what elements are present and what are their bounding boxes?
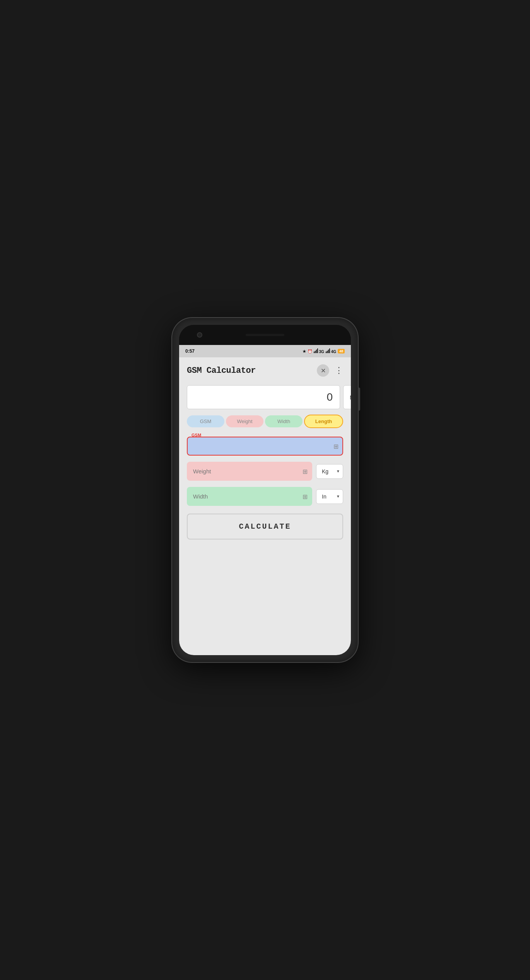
- gsm-field-row: GSM ⊞: [187, 437, 343, 456]
- phone-top-bar: [179, 325, 351, 345]
- width-field-row: ⊞ In cm mm m: [187, 487, 343, 506]
- bottom-spacer: [187, 545, 343, 647]
- status-icons: ★ ⏰ 3G: [303, 348, 345, 354]
- speaker: [246, 334, 284, 336]
- signal-3g-icon: 3G: [314, 348, 324, 354]
- gsm-field-label: GSM: [191, 433, 201, 437]
- width-calc-icon[interactable]: ⊞: [303, 493, 308, 500]
- app-screen: GSM Calculator ✕ ⋮ Mtr GSM: [179, 357, 351, 655]
- unit-button[interactable]: Mtr: [343, 385, 351, 409]
- calculate-button[interactable]: CALCULATE: [187, 514, 343, 540]
- main-value-input[interactable]: [187, 385, 340, 409]
- tab-length[interactable]: Length: [304, 415, 343, 428]
- fields-section: GSM ⊞ ⊞ Kg: [187, 437, 343, 506]
- signal-4g-icon: 4G: [326, 348, 336, 354]
- tab-row: GSM Weight Width Length: [187, 415, 343, 428]
- width-unit-wrapper: In cm mm m: [316, 489, 343, 504]
- main-input-row: Mtr: [187, 385, 343, 409]
- weight-field-row: ⊞ Kg g lb ton: [187, 462, 343, 481]
- battery-indicator: 48: [338, 349, 345, 353]
- weight-unit-wrapper: Kg g lb ton: [316, 464, 343, 479]
- app-header: GSM Calculator ✕ ⋮: [179, 357, 351, 381]
- gsm-calc-icon[interactable]: ⊞: [333, 442, 339, 450]
- alarm-icon: ⏰: [308, 349, 312, 353]
- status-bar: 0:57 ★ ⏰ 3G: [179, 345, 351, 357]
- weight-field-wrapper: ⊞: [187, 462, 312, 481]
- app-title: GSM Calculator: [187, 366, 256, 376]
- camera-icon: [197, 332, 202, 338]
- app-content: Mtr GSM Weight Width Length: [179, 381, 351, 655]
- tab-width[interactable]: Width: [265, 415, 303, 427]
- header-icons: ✕ ⋮: [317, 364, 343, 377]
- weight-input[interactable]: [187, 462, 312, 481]
- weight-unit-select[interactable]: Kg g lb ton: [316, 464, 343, 479]
- gsm-input[interactable]: [187, 437, 343, 456]
- menu-button[interactable]: ⋮: [335, 366, 343, 375]
- bluetooth-icon: ★: [303, 349, 306, 353]
- phone-device: 0:57 ★ ⏰ 3G: [172, 318, 358, 662]
- close-button[interactable]: ✕: [317, 364, 329, 377]
- weight-calc-icon[interactable]: ⊞: [303, 468, 308, 475]
- phone-screen: 0:57 ★ ⏰ 3G: [179, 325, 351, 655]
- status-time: 0:57: [185, 348, 195, 354]
- width-unit-select[interactable]: In cm mm m: [316, 489, 343, 504]
- tab-weight[interactable]: Weight: [226, 415, 263, 427]
- gsm-field-wrapper: GSM ⊞: [187, 437, 343, 456]
- width-field-wrapper: ⊞: [187, 487, 312, 506]
- width-input[interactable]: [187, 487, 312, 506]
- tab-gsm[interactable]: GSM: [187, 415, 224, 427]
